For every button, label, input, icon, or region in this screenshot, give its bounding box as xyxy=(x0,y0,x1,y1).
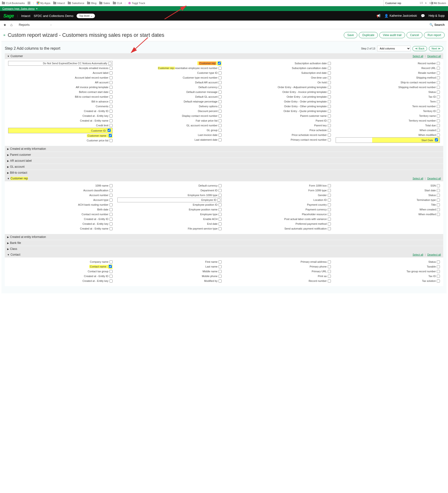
field-checkbox[interactable] xyxy=(109,119,113,122)
run-report-button[interactable]: Run report xyxy=(424,32,445,38)
field-checkbox[interactable] xyxy=(219,86,222,89)
section-customer-rep-header[interactable]: ▼ Customer rep Select all | Deselect all xyxy=(5,176,443,181)
deselect-all-link[interactable]: Deselect all xyxy=(427,55,441,57)
select-all-link[interactable]: Select all xyxy=(413,253,423,256)
field-checkbox[interactable] xyxy=(219,260,222,263)
field-checkbox[interactable] xyxy=(109,203,113,206)
field-checkbox[interactable] xyxy=(219,184,222,187)
field-checkbox[interactable] xyxy=(219,110,222,113)
field-checkbox[interactable] xyxy=(219,129,222,132)
back-button[interactable]: ≪ Back xyxy=(412,46,427,51)
field-checkbox[interactable] xyxy=(437,199,440,202)
field-checkbox[interactable] xyxy=(437,95,440,98)
section-customer-header[interactable]: ▼ Customer Select all | Deselect all xyxy=(5,53,443,59)
field-checkbox[interactable] xyxy=(109,218,113,221)
field-checkbox[interactable] xyxy=(437,71,440,75)
list-toggle-icon[interactable]: ≡ xyxy=(3,33,5,37)
field-checkbox[interactable] xyxy=(109,90,113,94)
field-checkbox[interactable] xyxy=(328,199,331,202)
field-checkbox[interactable] xyxy=(219,67,222,70)
company-context-close-icon[interactable]: ✕ xyxy=(36,7,38,10)
field-checkbox[interactable] xyxy=(328,67,331,70)
field-checkbox[interactable] xyxy=(219,203,222,206)
field-checkbox[interactable] xyxy=(328,222,331,225)
field-checkbox[interactable] xyxy=(109,189,113,192)
help-link[interactable]: Help & Supp xyxy=(429,14,445,17)
section-collapsed-header[interactable]: ▶Class xyxy=(5,246,443,252)
bookmark-grid[interactable] xyxy=(28,2,30,4)
field-checkbox[interactable] xyxy=(328,227,331,230)
bookmark-cla2[interactable]: CLA xyxy=(113,2,122,5)
field-checkbox[interactable] xyxy=(437,280,440,282)
deselect-all-link[interactable]: Deselect all xyxy=(427,177,441,180)
field-checkbox[interactable] xyxy=(219,124,222,127)
announcements-icon[interactable]: 📢 xyxy=(376,14,381,18)
field-checkbox[interactable] xyxy=(328,260,331,263)
field-checkbox[interactable] xyxy=(109,134,112,137)
field-checkbox[interactable] xyxy=(328,110,331,113)
chat-icon[interactable]: 💬 xyxy=(421,14,425,18)
field-checkbox[interactable] xyxy=(219,134,222,137)
field-checkbox[interactable] xyxy=(437,67,440,70)
field-checkbox[interactable] xyxy=(109,213,113,216)
field-checkbox[interactable] xyxy=(328,194,331,197)
field-checkbox[interactable] xyxy=(219,194,222,197)
field-checkbox[interactable] xyxy=(109,208,113,211)
field-checkbox[interactable] xyxy=(219,222,222,225)
field-checkbox[interactable] xyxy=(328,105,331,108)
view-audit-trail-button[interactable]: View audit trail xyxy=(379,32,405,38)
bookmark-cla[interactable]: CLA Bookmarks xyxy=(2,2,25,5)
field-checkbox[interactable] xyxy=(437,124,440,127)
field-checkbox[interactable] xyxy=(109,139,113,142)
reports-menu[interactable]: Reports xyxy=(16,23,54,26)
field-checkbox[interactable] xyxy=(219,105,222,108)
field-checkbox[interactable] xyxy=(109,194,113,197)
field-checkbox[interactable] xyxy=(109,227,113,230)
field-checkbox[interactable] xyxy=(435,138,438,141)
field-checkbox[interactable] xyxy=(437,213,440,216)
find-input[interactable] xyxy=(385,2,418,5)
field-checkbox[interactable] xyxy=(437,203,440,206)
find-next-icon[interactable]: ∨ xyxy=(429,1,432,5)
field-checkbox[interactable] xyxy=(328,213,331,216)
bookmark-toggl[interactable]: Toggl Track xyxy=(128,2,145,5)
step-select[interactable]: Add columns xyxy=(377,46,411,51)
field-checkbox[interactable] xyxy=(437,119,440,122)
field-checkbox[interactable] xyxy=(219,90,222,94)
field-checkbox[interactable] xyxy=(328,265,331,268)
field-checkbox[interactable] xyxy=(328,119,331,122)
search-button[interactable]: 🔍Search xyxy=(429,23,445,26)
field-checkbox[interactable] xyxy=(109,110,113,113)
field-checkbox[interactable] xyxy=(437,62,440,65)
field-checkbox[interactable] xyxy=(109,222,113,225)
field-checkbox[interactable] xyxy=(437,194,440,197)
field-checkbox[interactable] xyxy=(109,71,113,75)
field-checkbox[interactable] xyxy=(219,227,222,230)
section-contact-header[interactable]: ▼ Contact Select all | Deselect all xyxy=(5,252,443,258)
field-checkbox[interactable] xyxy=(437,265,440,268)
section-collapsed-header[interactable]: ▶Bank file xyxy=(5,240,443,246)
field-checkbox[interactable] xyxy=(437,76,440,79)
bookmark-intacct[interactable]: Intacct xyxy=(53,2,65,5)
field-checkbox[interactable] xyxy=(109,100,113,103)
field-checkbox[interactable] xyxy=(219,76,222,79)
field-checkbox[interactable] xyxy=(219,189,222,192)
field-checkbox[interactable] xyxy=(328,134,331,137)
field-checkbox[interactable] xyxy=(437,90,440,94)
field-checkbox[interactable] xyxy=(109,105,113,108)
bookmark-all[interactable]: All Bookm xyxy=(430,2,446,5)
field-checkbox[interactable] xyxy=(328,86,331,89)
field-checkbox[interactable] xyxy=(437,134,440,137)
field-checkbox[interactable] xyxy=(219,114,222,118)
field-checkbox[interactable] xyxy=(109,275,113,278)
field-checkbox[interactable] xyxy=(328,90,331,94)
field-checkbox[interactable] xyxy=(328,280,331,282)
home-icon[interactable]: ⌂ xyxy=(10,23,13,27)
field-checkbox[interactable] xyxy=(109,81,113,84)
field-checkbox[interactable] xyxy=(328,189,331,192)
field-checkbox[interactable] xyxy=(328,218,331,221)
deselect-all-link[interactable]: Deselect all xyxy=(427,253,441,256)
field-checkbox[interactable] xyxy=(437,129,440,132)
field-checkbox[interactable] xyxy=(437,208,440,211)
field-checkbox[interactable] xyxy=(219,95,222,98)
